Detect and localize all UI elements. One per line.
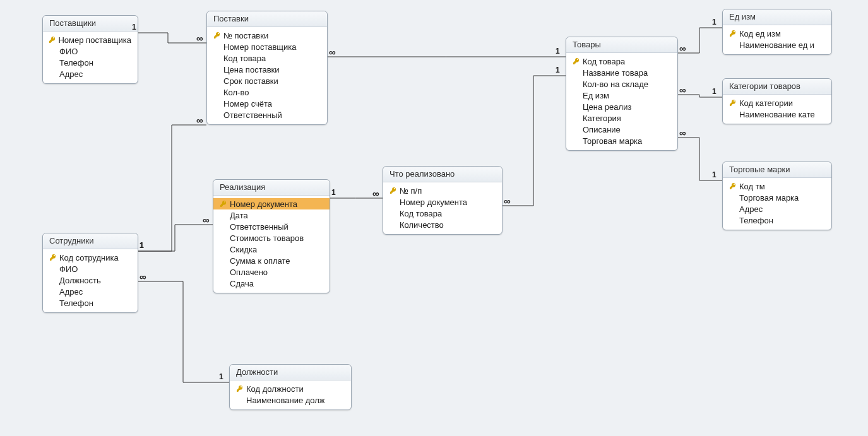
field-row[interactable]: Адрес	[43, 68, 138, 80]
field-row[interactable]: Сдача	[213, 278, 330, 289]
field-row[interactable]: Наименование долж	[230, 394, 351, 406]
field-row[interactable]: Цена реализ	[566, 101, 677, 112]
field-label: Категория	[581, 114, 621, 123]
relationship-line[interactable]	[137, 125, 206, 251]
field-row[interactable]: Код ед изм	[723, 28, 831, 39]
field-row[interactable]: Номер счёта	[207, 98, 327, 109]
field-row[interactable]: Код сотрудника	[43, 252, 138, 263]
table-title[interactable]: Должности	[230, 365, 351, 380]
field-row[interactable]: Название товара	[566, 67, 677, 78]
field-row[interactable]: Торговая марка	[723, 192, 831, 203]
field-label: ФИО	[58, 47, 78, 56]
field-row[interactable]: Кол-во на складе	[566, 78, 677, 90]
relationship-line[interactable]	[137, 225, 213, 251]
field-label: Скидка	[229, 245, 257, 254]
table-title[interactable]: Сотрудники	[43, 233, 138, 249]
field-row[interactable]: Адрес	[723, 203, 831, 215]
field-row[interactable]: Номер поставщика	[207, 41, 327, 52]
key-icon	[218, 200, 229, 208]
field-label: Код ед изм	[738, 29, 781, 38]
field-row[interactable]: Код тм	[723, 180, 831, 192]
table-title[interactable]: Торговые марки	[723, 162, 831, 178]
table-title[interactable]: Товары	[566, 37, 677, 53]
field-row[interactable]: Номер документа	[213, 198, 330, 209]
field-row[interactable]: Номер документа	[383, 196, 502, 208]
relationship-line[interactable]	[677, 28, 722, 53]
field-row[interactable]: Кол-во	[207, 86, 327, 98]
key-icon	[212, 32, 222, 39]
field-row[interactable]: Код товара	[383, 208, 502, 219]
field-label: Код должности	[245, 384, 304, 394]
field-row[interactable]: ФИО	[43, 263, 138, 274]
field-row[interactable]: Ответственный	[207, 109, 327, 121]
field-row[interactable]: Оплачено	[213, 266, 330, 278]
field-row[interactable]: Ед изм	[566, 90, 677, 101]
field-row[interactable]: Дата	[213, 209, 330, 221]
field-row[interactable]: Номер поставщика	[43, 34, 138, 45]
table-title[interactable]: Что реализовано	[383, 167, 502, 182]
field-row[interactable]: Цена поставки	[207, 64, 327, 75]
table-suppliers[interactable]: ПоставщикиНомер поставщикаФИОТелефонАдре…	[42, 15, 138, 84]
field-row[interactable]: Наименование кате	[723, 109, 831, 120]
field-row[interactable]: Наименование ед и	[723, 39, 831, 50]
field-label: Ед изм	[581, 91, 609, 100]
table-body: Код сотрудникаФИОДолжностьАдресТелефон	[43, 249, 138, 312]
field-label: № п/п	[398, 186, 422, 196]
field-row[interactable]: Сумма к оплате	[213, 255, 330, 266]
field-row[interactable]: Телефон	[43, 297, 138, 309]
field-row[interactable]: Категория	[566, 112, 677, 124]
field-row[interactable]: Телефон	[723, 215, 831, 226]
relationship-line[interactable]	[677, 138, 722, 180]
cardinality-label: ∞	[140, 271, 146, 282]
field-row[interactable]: Телефон	[43, 57, 138, 68]
table-sales[interactable]: РеализацияНомер документаДатаОтветственн…	[213, 179, 330, 293]
table-body: Код товараНазвание товараКол-во на склад…	[566, 53, 677, 150]
table-categories[interactable]: Категории товаровКод категорииНаименован…	[722, 78, 832, 124]
field-row[interactable]: Адрес	[43, 286, 138, 297]
table-employees[interactable]: СотрудникиКод сотрудникаФИОДолжностьАдре…	[42, 233, 138, 313]
table-title[interactable]: Поставщики	[43, 16, 138, 32]
cardinality-label: 1	[712, 87, 716, 96]
table-title[interactable]: Реализация	[213, 180, 330, 196]
field-row[interactable]: Описание	[566, 124, 677, 135]
cardinality-label: 1	[556, 47, 560, 56]
field-row[interactable]: Скидка	[213, 244, 330, 255]
key-icon	[728, 182, 738, 190]
table-deliveries[interactable]: Поставки№ поставкиНомер поставщикаКод то…	[206, 11, 328, 125]
field-row[interactable]: Стоимость товаров	[213, 232, 330, 244]
relationship-line[interactable]	[129, 33, 206, 43]
field-row[interactable]: № п/п	[383, 185, 502, 196]
field-row[interactable]: Код товара	[207, 52, 327, 64]
key-icon	[728, 30, 738, 37]
table-sold[interactable]: Что реализовано№ п/пНомер документаКод т…	[383, 166, 502, 235]
field-row[interactable]: Должность	[43, 274, 138, 286]
field-label: Код товара	[398, 209, 442, 218]
field-row[interactable]: ФИО	[43, 45, 138, 57]
table-body: Код категорииНаименование кате	[723, 95, 831, 124]
field-row[interactable]: Количество	[383, 219, 502, 230]
table-goods[interactable]: ТоварыКод товараНазвание товараКол-во на…	[566, 37, 678, 151]
field-row[interactable]: Код должности	[230, 383, 351, 394]
field-row[interactable]: Срок поставки	[207, 75, 327, 86]
field-row[interactable]: Код категории	[723, 97, 831, 109]
field-label: Код сотрудника	[58, 253, 119, 262]
table-body: Код должностиНаименование долж	[230, 380, 351, 409]
cardinality-label: 1	[712, 170, 716, 179]
relationship-line[interactable]	[501, 76, 566, 206]
table-title[interactable]: Ед изм	[723, 9, 831, 25]
table-brands[interactable]: Торговые маркиКод тмТорговая маркаАдресТ…	[722, 162, 832, 230]
table-title[interactable]: Поставки	[207, 11, 327, 27]
field-label: ФИО	[58, 264, 78, 274]
field-row[interactable]: Торговая марка	[566, 135, 677, 146]
relationship-line[interactable]	[137, 281, 229, 382]
field-row[interactable]: Код товара	[566, 56, 677, 67]
er-diagram-canvas[interactable]: ПоставщикиНомер поставщикаФИОТелефонАдре…	[0, 0, 868, 436]
relationship-line[interactable]	[677, 95, 722, 97]
field-label: Оплачено	[229, 268, 268, 277]
field-label: Номер документа	[398, 197, 467, 207]
field-row[interactable]: № поставки	[207, 30, 327, 41]
field-row[interactable]: Ответственный	[213, 221, 330, 232]
table-units[interactable]: Ед измКод ед измНаименование ед и	[722, 9, 832, 55]
table-positions[interactable]: ДолжностиКод должностиНаименование долж	[229, 364, 352, 410]
table-title[interactable]: Категории товаров	[723, 79, 831, 95]
